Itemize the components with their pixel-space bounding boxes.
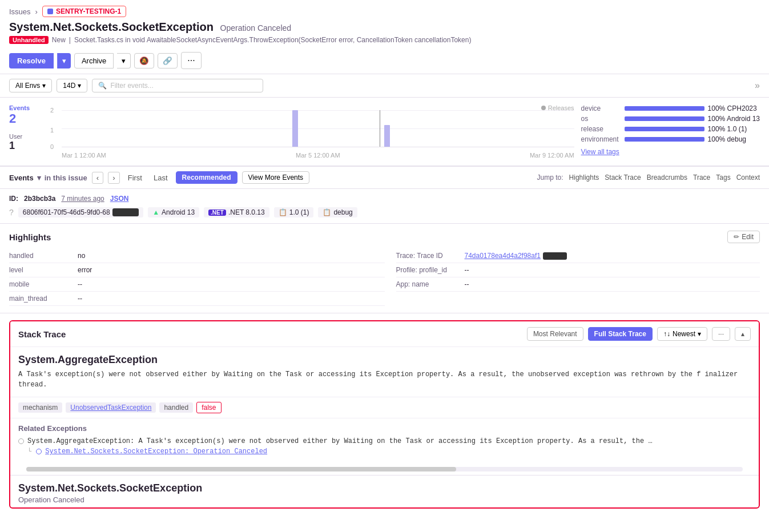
event-search[interactable]: 🔍 Filter events...: [92, 79, 263, 92]
hl-row-level: level error: [9, 263, 385, 277]
hl-left-col: handled no level error mobile -- main_th…: [9, 249, 385, 306]
jump-stack-trace[interactable]: Stack Trace: [605, 174, 641, 182]
mechanism-tag: mechanism: [18, 402, 62, 413]
hl-right-col: Trace: Trace ID 74da0178ea4d4a2f98af1 xx…: [385, 249, 760, 306]
events-value: 2: [9, 111, 55, 126]
next-event-button[interactable]: ›: [108, 172, 119, 184]
archive-button[interactable]: Archive: [74, 53, 114, 68]
stack-trace-header: Stack Trace Most Relevant Full Stack Tra…: [10, 321, 759, 347]
circle-blue-icon: [36, 449, 42, 454]
indent-icon: └: [27, 448, 31, 456]
resolve-button[interactable]: Resolve: [9, 53, 54, 68]
tag-environment: environment 100% debug: [581, 135, 760, 143]
tag-value: 100% Android 13: [708, 115, 760, 123]
hl-key: handled: [9, 252, 78, 260]
env-value: debug: [333, 208, 352, 216]
event-id-value: 2b3bcb3a: [24, 195, 55, 203]
second-exception: System.Net.Sockets.SocketException Opera…: [10, 475, 759, 507]
runtime-value: .NET 8.0.13: [228, 208, 265, 216]
event-json[interactable]: JSON: [110, 195, 129, 203]
time-filter[interactable]: 14D ▾: [57, 79, 87, 92]
jump-highlights[interactable]: Highlights: [569, 174, 599, 182]
issue-subtitle: Operation Canceled: [220, 23, 292, 33]
stack-more-button[interactable]: ···: [712, 327, 730, 341]
breadcrumb: Issues › SENTRY-TESTING-1: [0, 0, 769, 21]
tag-value: 100% debug: [708, 135, 746, 143]
tag-bar: [625, 106, 704, 111]
recommended-button[interactable]: Recommended: [176, 171, 237, 184]
more-button[interactable]: ···: [181, 52, 201, 69]
most-relevant-button[interactable]: Most Relevant: [527, 327, 583, 341]
tag-value: 100% CPH2023: [708, 104, 757, 112]
env-filter[interactable]: All Envs ▾: [9, 79, 52, 92]
os-value: Android 13: [162, 208, 195, 216]
mute-button[interactable]: 🔕: [134, 53, 154, 68]
hl-val: --: [78, 295, 82, 303]
events-context: in this issue: [45, 174, 87, 182]
tag-key: release: [581, 125, 621, 133]
jump-context[interactable]: Context: [736, 174, 760, 182]
chart-axis-label: Mar 1 12:00 AM: [62, 152, 106, 159]
event-time[interactable]: 7 minutes ago: [61, 195, 104, 203]
event-id-row: ID: 2b3bcb3a 7 minutes ago JSON: [9, 195, 760, 203]
archive-dropdown-button[interactable]: ▾: [117, 53, 131, 68]
events-stat: Events 2: [9, 104, 55, 126]
tag-os: os 100% Android 13: [581, 115, 760, 123]
view-all-tags-link[interactable]: View all tags: [581, 148, 619, 156]
stats-area: Events 2 User 1 Releases 2 1 0 Mar: [0, 98, 769, 166]
redacted-value: [112, 208, 139, 216]
prev-event-button[interactable]: ‹: [92, 172, 103, 184]
pencil-icon: ✏: [734, 233, 739, 241]
question-icon[interactable]: ?: [9, 208, 14, 217]
second-exception-title: System.Net.Sockets.SocketException: [18, 482, 751, 494]
edit-button[interactable]: ✏ Edit: [727, 231, 760, 243]
tag-value: 100% 1.0 (1): [708, 125, 747, 133]
chart-axis-label: Mar 9 12:00 AM: [530, 152, 574, 159]
users-label: User: [9, 133, 55, 140]
hl-key: mobile: [9, 280, 78, 288]
jump-to-label: Jump to:: [537, 174, 563, 182]
trace-link[interactable]: 74da0178ea4d4a2f98af1: [465, 252, 541, 260]
events-text: Events: [9, 174, 34, 182]
exception-tags: mechanism UnobservedTaskException handle…: [10, 397, 759, 418]
chart-axis-label: Mar 5 12:00 AM: [296, 152, 340, 159]
event-runtime-tag: .NET .NET 8.0.13: [204, 207, 269, 217]
sort-button[interactable]: ↑↓ ↑↓ Newest Newest ▾: [657, 327, 707, 341]
stack-trace-controls: Most Relevant Full Stack Trace ↑↓ ↑↓ New…: [527, 327, 751, 341]
redacted-trace: xx: [543, 252, 567, 260]
sort-icon: ↑↓: [663, 330, 670, 338]
view-more-events-button[interactable]: View More Events: [242, 171, 310, 184]
expand-icon[interactable]: »: [755, 80, 760, 91]
issues-link[interactable]: Issues: [9, 7, 31, 16]
related-title: Related Exceptions: [18, 424, 751, 433]
second-exception-subtitle: Operation Canceled: [18, 495, 751, 504]
issue-badge[interactable]: SENTRY-TESTING-1: [42, 6, 126, 17]
version-icon: 📋: [279, 208, 287, 216]
issue-title: System.Net.Sockets.SocketException: [9, 21, 214, 33]
events-label: Events ▾ in this issue: [9, 174, 87, 182]
resolve-dropdown-button[interactable]: ▾: [57, 53, 71, 68]
collapse-button[interactable]: ▴: [735, 327, 751, 341]
rel-link[interactable]: System.Net.Sockets.SocketException: Oper…: [45, 448, 267, 456]
search-icon: 🔍: [98, 82, 107, 90]
jump-breadcrumbs[interactable]: Breadcrumbs: [647, 174, 687, 182]
scrollbar[interactable]: [26, 467, 743, 471]
first-event-button[interactable]: First: [124, 172, 146, 183]
chevron-down-icon: ▾: [37, 174, 41, 182]
full-stack-trace-button[interactable]: Full Stack Trace: [588, 327, 653, 341]
event-tags-row: ? 6806f601-70f5-46d5-9fd0-68 ▲ Android 1…: [9, 207, 760, 217]
mechanism-value-tag[interactable]: UnobservedTaskException: [66, 402, 156, 413]
hl-val: --: [78, 280, 82, 288]
event-device-id: 6806f601-70f5-46d5-9fd0-68: [18, 207, 143, 217]
jump-trace[interactable]: Trace: [693, 174, 710, 182]
circle-icon: [18, 438, 24, 444]
jump-tags[interactable]: Tags: [716, 174, 730, 182]
hl-key: Trace: Trace ID: [396, 252, 465, 260]
rel-text: System.AggregateException: A Task's exce…: [27, 437, 655, 445]
event-os-tag: ▲ Android 13: [148, 207, 199, 217]
link-button[interactable]: 🔗: [158, 53, 178, 68]
hl-row-profile: Profile: profile_id --: [396, 263, 760, 277]
scrollbar-thumb: [26, 467, 456, 471]
last-event-button[interactable]: Last: [150, 172, 171, 183]
chart-bar: [292, 110, 298, 147]
